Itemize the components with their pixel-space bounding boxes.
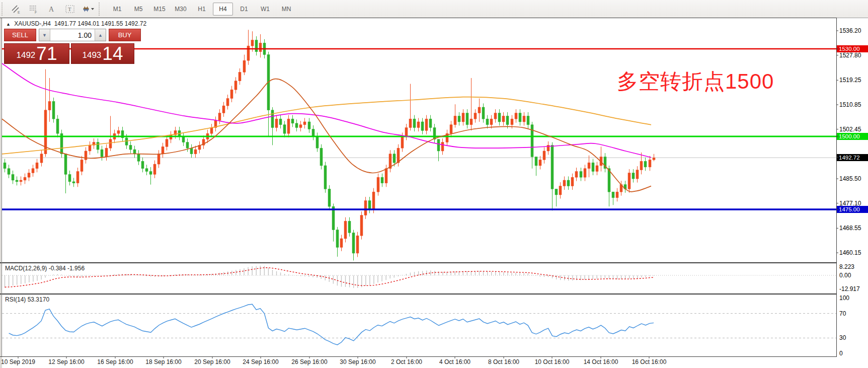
buy-price-small: 1493: [83, 48, 102, 63]
volume-stepper: ▼ ▲: [39, 29, 106, 41]
rsi-line: [9, 304, 654, 345]
volume-decrease-icon[interactable]: ▼: [39, 29, 50, 41]
sell-price-small: 1492: [17, 48, 36, 63]
macd-histogram: [5, 266, 654, 288]
buy-price-big: 14: [102, 45, 123, 63]
symbol-title: ▲ XAUUSD-,H4 1491.77 1494.01 1491.55 149…: [6, 20, 146, 27]
buy-button[interactable]: BUY: [109, 29, 141, 41]
one-click-trade-panel: SELL ▼ ▲ BUY 1492 71 1493 14: [4, 29, 141, 64]
symbol-name: XAUUSD-,H4: [14, 20, 51, 27]
sell-button[interactable]: SELL: [4, 29, 36, 41]
volume-increase-icon[interactable]: ▲: [95, 29, 106, 41]
buy-quote[interactable]: 1493 14: [71, 43, 134, 64]
collapse-arrow-icon[interactable]: ▲: [6, 22, 11, 27]
candles: [4, 30, 655, 260]
symbol-ohlc: 1491.77 1494.01 1491.55 1492.72: [54, 20, 147, 27]
sell-quote[interactable]: 1492 71: [4, 43, 69, 64]
mt4-window: E F A T: [0, 0, 868, 368]
sell-price-big: 71: [36, 45, 57, 63]
volume-input[interactable]: [50, 29, 95, 41]
chart-annotation-text: 多空转折点1500: [617, 67, 774, 96]
ma-slow-orange[interactable]: [2, 97, 651, 154]
ma-mid-magenta[interactable]: [2, 63, 651, 158]
